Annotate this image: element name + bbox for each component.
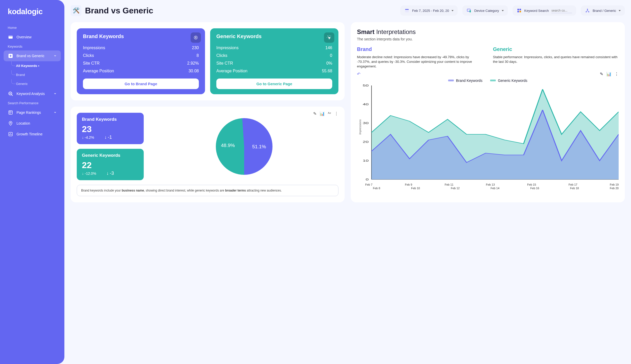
value: 0% [326, 61, 332, 66]
nav-keyword-analysis[interactable]: Keyword Analysis [4, 88, 61, 99]
registered-icon: ® [191, 32, 201, 43]
nav-overview-label: Overview [16, 35, 31, 39]
nav-overview[interactable]: Overview [4, 32, 61, 42]
edit-icon[interactable]: ✎ [600, 72, 603, 76]
chevron-down-icon [54, 110, 57, 115]
legend-brand: Brand Keywords [448, 79, 482, 83]
svg-rect-11 [470, 10, 471, 12]
svg-text:20: 20 [363, 140, 369, 144]
value: 2.92% [187, 61, 199, 66]
main-content: 🛠️ Brand vs Generic Feb 7, 2025 - Feb 20… [64, 0, 631, 364]
value: 0 [330, 53, 332, 58]
legend-generic: Generic Keywords [490, 79, 527, 83]
pie-right-label: 51.1% [252, 144, 266, 150]
grid-icon [8, 110, 13, 115]
more-icon[interactable]: ⋮ [334, 111, 338, 116]
go-to-brand-page-button[interactable]: Go to Brand Page [83, 79, 199, 89]
chevron-down-icon [451, 10, 454, 11]
keyword-search-filter[interactable]: Keyword Search [513, 5, 576, 16]
plus-icon [8, 53, 13, 59]
impressions-chart: ↶ ✎ 📊 ⋮ Brand Keywords Generic Keywords … [357, 72, 619, 190]
nav-gt-label: Growth Timeline [16, 132, 42, 136]
smart-generic-heading: Generic [493, 46, 619, 52]
location-icon [8, 120, 13, 126]
nav-sub-items: All Keywords • Brand Generic [4, 61, 61, 88]
generic-abs-delta: ↓-3 [106, 171, 114, 176]
brand-mini-card: Brand Keywords 23 ↓-4.2% ↓-1 [77, 113, 144, 144]
nav-loc-label: Location [16, 121, 30, 125]
chart-type-icon[interactable]: 📊 [606, 72, 611, 76]
chevron-down-icon [502, 10, 504, 11]
nav-all-keywords[interactable]: All Keywords • [9, 61, 61, 70]
branch-icon [585, 8, 590, 13]
nav-section-home: Home [4, 24, 61, 32]
more-icon[interactable]: ⋮ [615, 72, 619, 76]
go-to-generic-page-button[interactable]: Go to Generic Page [216, 79, 332, 89]
svg-point-5 [10, 122, 11, 123]
value: 8 [197, 53, 199, 58]
nav-growth-timeline[interactable]: Growth Timeline [4, 129, 61, 140]
edit-icon[interactable]: ✎ [313, 111, 317, 116]
svg-point-17 [586, 11, 587, 12]
sort-icon[interactable]: ᴬᶻ [328, 111, 331, 116]
brand-generic-label: Brand / Generic [593, 9, 616, 13]
click-icon [324, 32, 334, 43]
label: Site CTR [83, 61, 100, 66]
area-chart-svg: 01020304050 [357, 84, 619, 182]
svg-point-18 [588, 11, 589, 12]
svg-rect-4 [9, 111, 12, 114]
nav-location[interactable]: Location [4, 118, 61, 129]
brand-generic-filter[interactable]: Brand / Generic [581, 5, 625, 16]
nav-ka-label: Keyword Analysis [16, 92, 45, 96]
label: Clicks [83, 53, 94, 58]
smart-interpretations-panel: Smart Interpretations The section interp… [351, 22, 625, 202]
undo-icon[interactable]: ↶ [357, 72, 360, 76]
nav-page-rankings[interactable]: Page Rankings [4, 107, 61, 118]
smart-generic-text: Stable performance: Impressions, clicks,… [493, 55, 619, 64]
date-range-text: Feb 7, 2025 - Feb 20, 20 [412, 9, 449, 13]
search-analytics-icon [8, 91, 13, 97]
page-title: Brand vs Generic [85, 6, 153, 15]
svg-rect-1 [8, 36, 13, 37]
label: Impressions [83, 46, 105, 50]
nav-brand[interactable]: Brand [9, 70, 61, 79]
page-icon: 🛠️ [71, 5, 81, 16]
device-category-filter[interactable]: Device Category [462, 5, 508, 16]
pie-left-label: 48.9% [221, 143, 235, 148]
date-range-picker[interactable]: Feb 7, 2025 - Feb 20, 20 [400, 5, 458, 16]
brand-logo: kodalogic [4, 7, 61, 24]
smart-brand-text: Moderate decline noted: Impressions have… [357, 55, 483, 69]
y-axis-label: Impressions [359, 119, 362, 134]
brand-abs-delta: ↓-1 [105, 135, 112, 140]
svg-text:30: 30 [363, 122, 369, 125]
nav-brand-vs-generic[interactable]: Brand vs Generic [4, 50, 61, 61]
generic-keywords-card: Generic Keywords Impressions146 Clicks0 … [210, 28, 338, 94]
mini-generic-title: Generic Keywords [82, 153, 139, 158]
grid-squares-icon [517, 8, 522, 13]
nav-section-keywords: Keywords [4, 42, 61, 50]
svg-text:40: 40 [363, 103, 369, 106]
mini-brand-title: Brand Keywords [82, 117, 139, 122]
device-label: Device Category [474, 9, 499, 13]
value: 30.08 [189, 69, 199, 73]
nav-generic[interactable]: Generic [9, 79, 61, 88]
topbar: 🛠️ Brand vs Generic Feb 7, 2025 - Feb 20… [71, 5, 625, 16]
keyword-search-input[interactable] [551, 8, 572, 13]
chart-type-icon[interactable]: 📊 [320, 111, 325, 116]
nav-bvg-label: Brand vs Generic [16, 54, 44, 58]
x-axis-bottom: Feb 8Feb 10Feb 12Feb 14Feb 16Feb 18Feb 2… [357, 186, 619, 190]
label: Average Position [216, 69, 248, 73]
svg-rect-9 [405, 10, 409, 12]
mini-generic-value: 22 [82, 160, 139, 170]
keyword-search-label: Keyword Search [524, 9, 549, 13]
metrics-panel: ® Brand Keywords Impressions230 Clicks8 … [71, 22, 345, 100]
nav-pr-label: Page Rankings [16, 110, 41, 115]
value: 230 [192, 46, 199, 50]
chevron-down-icon [619, 10, 621, 11]
smart-title: Smart Interpretations [357, 28, 619, 36]
value: 146 [325, 46, 332, 50]
svg-text:0: 0 [366, 178, 369, 181]
brand-keywords-card: ® Brand Keywords Impressions230 Clicks8 … [77, 28, 205, 94]
svg-rect-15 [519, 11, 521, 12]
label: Site CTR [216, 61, 233, 66]
